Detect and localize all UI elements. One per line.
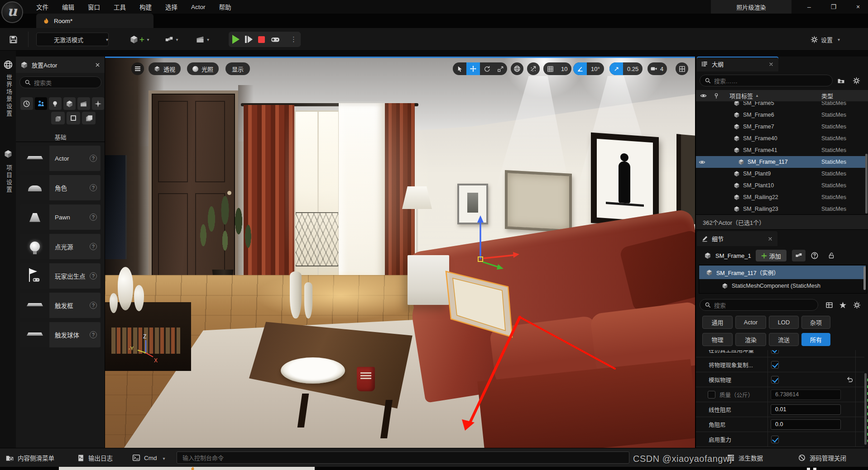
tab-lod[interactable]: LOD — [769, 316, 799, 329]
tab-actor[interactable]: Actor — [735, 316, 766, 329]
category-lights[interactable] — [49, 97, 62, 110]
outliner-row[interactable]: SM_Frame41StaticMes — [696, 144, 864, 156]
add-folder-icon[interactable] — [837, 77, 845, 85]
property-row-enable-gravity[interactable]: 启用重力 — [696, 432, 864, 447]
viewport-options-button[interactable] — [131, 62, 144, 75]
content-drawer-button[interactable]: 内容侧滑菜单 — [5, 448, 54, 467]
lit-mode-button[interactable]: 光照 — [187, 62, 219, 75]
category-recent[interactable] — [20, 97, 33, 110]
column-type[interactable]: 类型 — [821, 91, 833, 100]
place-item-pawn[interactable]: Pawn? — [20, 204, 101, 230]
outliner-row[interactable]: SM_Plant9StaticMes — [696, 168, 864, 180]
close-button[interactable]: × — [850, 0, 866, 14]
column-item-label[interactable]: 项目标签 — [729, 91, 753, 100]
category-geometry[interactable] — [51, 112, 65, 124]
mass-input[interactable]: 6.738614 — [771, 389, 841, 400]
add-actor-button[interactable] — [128, 33, 151, 46]
help-icon[interactable] — [810, 252, 819, 260]
output-log-button[interactable]: 输出日志 — [77, 448, 113, 467]
checkbox[interactable] — [771, 436, 779, 443]
tab-physics[interactable]: 物理 — [702, 333, 733, 346]
help-icon[interactable]: ? — [90, 331, 97, 338]
property-row-clipped[interactable]: 在仿真上应用冲量 — [696, 350, 864, 357]
close-icon[interactable] — [95, 62, 101, 68]
category-panels[interactable] — [67, 112, 80, 124]
property-row-simulate-physics[interactable]: 模拟物理 — [696, 372, 864, 387]
category-basic[interactable] — [35, 97, 48, 110]
tab-all[interactable]: 所有 — [801, 333, 830, 346]
place-item-character[interactable]: 角色? — [20, 175, 101, 200]
tab-streaming[interactable]: 流送 — [769, 333, 799, 346]
property-row-angular-damping[interactable]: 角阻尼 0.0 — [696, 417, 864, 432]
favorites-star-icon[interactable] — [839, 301, 847, 309]
close-icon[interactable] — [768, 62, 774, 67]
outliner-row[interactable]: SM_Frame40StaticMes — [696, 133, 864, 144]
outliner-row[interactable]: SM_Railing22StaticMes — [696, 191, 864, 203]
details-scrollbar[interactable] — [864, 373, 867, 445]
scale-snap-value[interactable]: 0.25 — [623, 62, 643, 75]
menu-edit[interactable]: 编辑 — [62, 2, 74, 11]
outliner-row[interactable]: SM_Frame7StaticMes — [696, 121, 864, 133]
details-settings-icon[interactable] — [853, 301, 861, 309]
menu-tools[interactable]: 工具 — [114, 2, 126, 11]
play-options-button[interactable]: ⋮ — [290, 35, 297, 43]
reset-undo-icon[interactable] — [846, 376, 854, 383]
gizmo-y-axis[interactable] — [483, 262, 499, 267]
photoreal-render-button[interactable]: 照片级渲染 — [711, 0, 791, 14]
add-component-button[interactable]: 添加 — [756, 250, 786, 261]
help-icon[interactable]: ? — [90, 214, 97, 221]
tab-rendering[interactable]: 渲染 — [735, 333, 766, 346]
rotate-tool[interactable] — [480, 62, 494, 75]
project-settings-icon[interactable] — [4, 149, 13, 158]
outliner-search-input[interactable]: 搜索…… — [700, 75, 833, 86]
stop-button[interactable] — [258, 36, 265, 43]
outliner-row-selected[interactable]: SM_Frame_117StaticMes — [696, 156, 867, 168]
place-item-triggerbox[interactable]: 触发框? — [20, 293, 101, 318]
menu-help[interactable]: 帮助 — [219, 2, 231, 11]
step-button[interactable] — [245, 36, 253, 43]
derived-data-button[interactable]: 派生数据 — [727, 448, 763, 467]
settings-button[interactable]: 设置 — [810, 33, 840, 46]
close-icon[interactable] — [767, 236, 773, 242]
help-icon[interactable]: ? — [90, 272, 97, 280]
menu-select[interactable]: 选择 — [165, 2, 177, 11]
help-icon[interactable]: ? — [90, 243, 97, 250]
world-settings-label[interactable]: 世界场景设置 — [5, 74, 13, 118]
grid-snap-toggle[interactable] — [543, 62, 557, 75]
tab-details[interactable]: 细节 — [697, 231, 777, 246]
select-tool[interactable] — [453, 62, 466, 75]
property-row-linear-damping[interactable]: 线性阻尼 0.01 — [696, 402, 864, 417]
gamepad-icon[interactable] — [270, 34, 280, 44]
angle-snap-toggle[interactable] — [573, 62, 587, 75]
checkbox[interactable] — [771, 376, 779, 384]
outliner-row[interactable]: SM_Railing23StaticMes — [696, 203, 864, 214]
property-row-replicate[interactable]: 将物理现象复制... — [696, 357, 864, 372]
maximize-viewport-button[interactable] — [676, 62, 688, 75]
world-local-toggle[interactable] — [511, 62, 523, 75]
tab-outliner[interactable]: 大纲 — [697, 57, 778, 71]
help-icon[interactable]: ? — [90, 184, 97, 191]
scale-snap-toggle[interactable]: ↗ — [609, 62, 623, 75]
outliner-row[interactable]: SM_Frame6StaticMes — [696, 109, 864, 121]
eye-icon[interactable] — [699, 159, 705, 166]
category-volumes[interactable] — [82, 112, 96, 124]
console-input[interactable]: 输入控制台命令 — [177, 451, 629, 464]
category-shapes[interactable] — [63, 97, 76, 110]
category-cinematic[interactable] — [77, 97, 90, 110]
menu-window[interactable]: 窗口 — [88, 2, 100, 11]
play-button[interactable] — [232, 35, 240, 44]
surface-snapping-button[interactable] — [527, 62, 540, 75]
category-effects[interactable] — [92, 97, 105, 110]
outliner-settings-icon[interactable] — [853, 77, 860, 85]
minimize-button[interactable]: – — [801, 0, 817, 14]
place-item-playerstart[interactable]: 玩家出生点? — [20, 263, 101, 289]
show-button[interactable]: 显示 — [225, 62, 250, 75]
menu-build[interactable]: 构建 — [139, 2, 152, 11]
place-item-actor[interactable]: Actor? — [20, 146, 101, 171]
perspective-button[interactable]: 透视 — [149, 62, 181, 75]
checkbox[interactable] — [771, 350, 779, 354]
restore-button[interactable]: ❐ — [826, 0, 841, 14]
viewport-3d[interactable]: Z -Y X 透视 光照 显示 10 10° — [105, 57, 695, 448]
help-icon[interactable]: ? — [90, 302, 97, 309]
angle-snap-value[interactable]: 10° — [587, 62, 604, 75]
